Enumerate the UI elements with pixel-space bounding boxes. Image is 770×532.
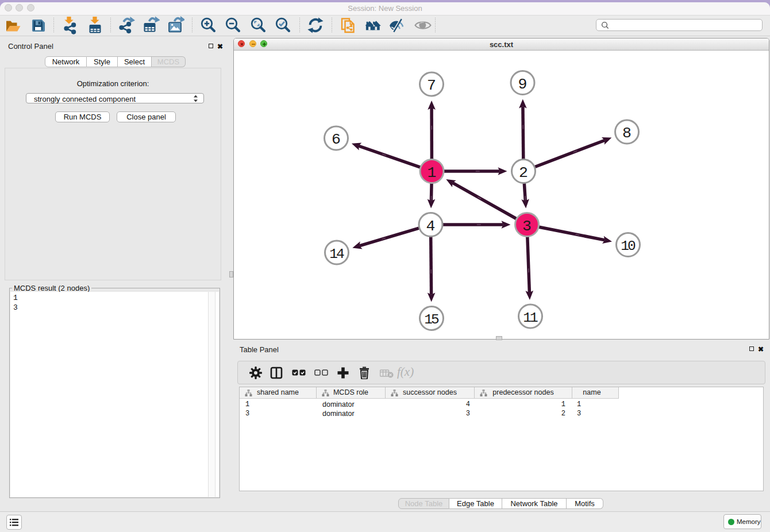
- svg-text:15: 15: [424, 312, 439, 327]
- svg-text:6: 6: [332, 131, 341, 148]
- svg-text:1: 1: [428, 164, 437, 182]
- svg-text:3: 3: [522, 218, 532, 235]
- svg-text:9: 9: [518, 76, 528, 93]
- svg-text:4: 4: [426, 218, 436, 235]
- svg-text:14: 14: [329, 246, 344, 262]
- svg-text:8: 8: [622, 125, 632, 142]
- svg-text:2: 2: [519, 164, 528, 182]
- svg-text:7: 7: [427, 77, 436, 94]
- svg-text:10: 10: [621, 238, 636, 254]
- svg-text:11: 11: [523, 310, 538, 326]
